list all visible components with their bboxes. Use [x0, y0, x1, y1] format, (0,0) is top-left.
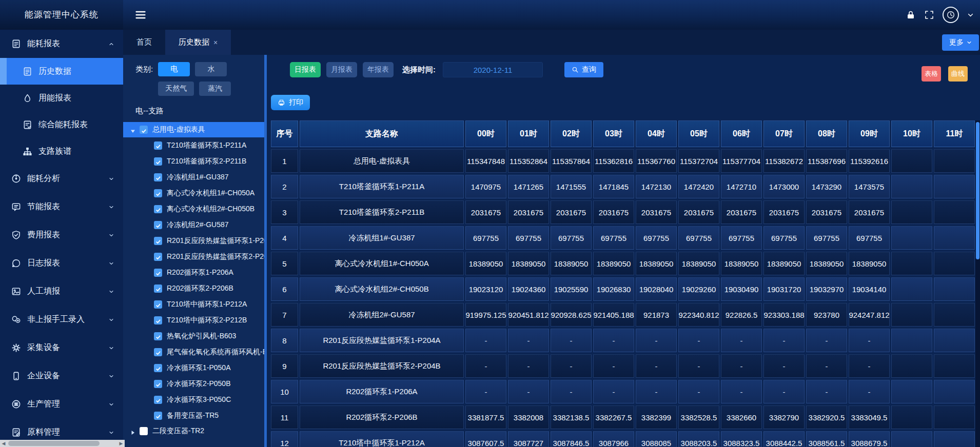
sidebar-item-energy-analysis[interactable]: 能耗分析: [0, 165, 123, 193]
tree-node[interactable]: T210塔中循环泵2-P212B: [123, 312, 267, 328]
tree-node[interactable]: R201反应段热媒盐循环泵2-P204B: [123, 249, 267, 265]
tree-node[interactable]: T210塔釜循环泵2-P211B: [123, 153, 267, 169]
caret-down-icon[interactable]: [130, 127, 135, 132]
scrollbar-thumb[interactable]: [8, 441, 100, 446]
sidebar-item-composite-energy-report[interactable]: 综合能耗报表: [0, 111, 123, 138]
checkbox[interactable]: [154, 237, 162, 245]
tab-首页[interactable]: 首页: [123, 30, 165, 55]
clock-avatar-icon[interactable]: [943, 7, 959, 23]
sidebar-menu: 能耗报表历史数据用能报表综合能耗报表支路族谱能耗分析节能报表费用报表日志报表人工…: [0, 30, 123, 446]
checkbox[interactable]: [154, 253, 162, 261]
checkbox[interactable]: [154, 173, 162, 181]
row-index-cell: 4: [271, 226, 298, 250]
checkbox[interactable]: [154, 157, 162, 166]
tree-node-parent[interactable]: 二段变压器-TR2: [123, 423, 267, 439]
tree-node[interactable]: 热氧化炉引风机-B603: [123, 328, 267, 344]
tree-node[interactable]: 尾气催化氧化系统再循环风机-B631: [123, 344, 267, 360]
tab-历史数据[interactable]: 历史数据×: [165, 30, 231, 55]
close-icon[interactable]: ×: [213, 38, 218, 47]
value-cell: [891, 405, 932, 429]
print-button[interactable]: 打印: [271, 95, 310, 110]
sidebar-item-label: 费用报表: [27, 230, 60, 240]
checkbox[interactable]: [154, 300, 162, 309]
fullscreen-icon[interactable]: [924, 10, 934, 20]
scrollbar-thumb[interactable]: [976, 122, 979, 259]
sidebar-item-log-report[interactable]: 日志报表: [0, 249, 123, 277]
category-button-蒸汽[interactable]: 蒸汽: [199, 82, 231, 96]
tree-node[interactable]: 冷冻机组2#-GU587: [123, 217, 267, 233]
checkbox[interactable]: [154, 285, 162, 293]
checkbox[interactable]: [154, 396, 162, 404]
tree-node[interactable]: R202循环泵1-P206A: [123, 265, 267, 280]
checkbox[interactable]: [154, 141, 162, 150]
sidebar-item-energy-usage-report[interactable]: 用能报表: [0, 85, 123, 111]
value-cell: 19034140: [849, 277, 890, 301]
sidebar-item-energy-saving-report[interactable]: 节能报表: [0, 193, 123, 221]
report-type-月报表[interactable]: 月报表: [326, 62, 357, 77]
sidebar-item-enterprise-device[interactable]: 企业设备: [0, 362, 123, 390]
category-button-天然气[interactable]: 天然气: [158, 82, 194, 96]
sidebar-item-branch-genealogy[interactable]: 支路族谱: [0, 138, 123, 165]
scroll-left-arrow-icon[interactable]: ◀: [0, 440, 7, 447]
checkbox[interactable]: [154, 221, 162, 229]
date-input[interactable]: [443, 62, 543, 77]
checkbox[interactable]: [154, 332, 162, 340]
category-button-电[interactable]: 电: [158, 62, 190, 76]
sidebar-item-fee-report[interactable]: 费用报表: [0, 221, 123, 249]
tree-node[interactable]: 离心式冷水机组1#-CH050A: [123, 185, 267, 201]
tree-node[interactable]: 冷水循环泵1-P050A: [123, 360, 267, 376]
checkbox[interactable]: [154, 412, 162, 420]
sidebar-item-production-mgmt[interactable]: 生产管理: [0, 390, 123, 418]
saving-icon: [11, 202, 21, 212]
value-cell: -: [721, 329, 762, 352]
scroll-right-arrow-icon[interactable]: ▶: [117, 440, 125, 447]
checkbox[interactable]: [140, 126, 148, 134]
query-button[interactable]: 查询: [564, 62, 603, 77]
value-cell: -: [593, 329, 634, 352]
tree-node[interactable]: R202循环泵2-P206B: [123, 280, 267, 296]
tree-node[interactable]: R201反应段热媒盐循环泵1-P204A: [123, 233, 267, 249]
tree-node[interactable]: 冷水循环泵2-P050B: [123, 376, 267, 392]
sidebar-item-energy-report[interactable]: 能耗报表: [0, 30, 123, 58]
checkbox[interactable]: [154, 348, 162, 356]
sidebar-item-manual-fill[interactable]: 人工填报: [0, 277, 123, 306]
report-type-年报表[interactable]: 年报表: [363, 62, 394, 77]
tree-panel-scrollbar[interactable]: [264, 55, 267, 447]
report-type-日报表[interactable]: 日报表: [290, 62, 321, 77]
lock-icon[interactable]: [906, 10, 916, 20]
chevron-down-icon[interactable]: [967, 12, 974, 18]
checkbox[interactable]: [140, 427, 148, 435]
sidebar-item-history-data[interactable]: 历史数据: [0, 58, 123, 85]
value-cell: -: [678, 329, 719, 352]
more-button[interactable]: 更多: [942, 34, 979, 51]
main-vertical-scrollbar[interactable]: [975, 120, 980, 447]
sidebar-item-manual-entry[interactable]: 非上报手工录入: [0, 306, 123, 334]
category-button-水[interactable]: 水: [195, 62, 227, 76]
checkbox[interactable]: [154, 364, 162, 372]
value-cell: 3382790: [763, 405, 805, 429]
value-cell: 19028040: [636, 277, 677, 301]
sidebar-horizontal-scrollbar[interactable]: ◀ ▶: [0, 440, 125, 447]
checkbox[interactable]: [154, 269, 162, 277]
tree-node-parent[interactable]: 总用电-虚拟表具: [123, 122, 267, 137]
value-cell: [934, 431, 975, 447]
tree-node-label: 离心式冷水机组1#-CH050A: [167, 189, 254, 198]
sidebar-item-collection-device[interactable]: 采集设备: [0, 334, 123, 362]
tree-node[interactable]: 冷水循环泵3-P050C: [123, 392, 267, 408]
tree-node[interactable]: 冷冻机组1#-GU387: [123, 169, 267, 185]
tree-node[interactable]: T210塔中循环泵1-P212A: [123, 296, 267, 312]
column-header-hour: 07时: [763, 120, 805, 147]
checkbox[interactable]: [154, 205, 162, 213]
checkbox[interactable]: [154, 189, 162, 197]
tree-node[interactable]: 备用变压器-TR5: [123, 408, 267, 423]
checkbox[interactable]: [154, 316, 162, 324]
curve-view-button[interactable]: 曲线: [948, 66, 968, 82]
chevron-down-icon: [109, 233, 114, 238]
tree-node[interactable]: 离心式冷水机组2#-CH050B: [123, 201, 267, 217]
caret-right-icon[interactable]: [130, 429, 135, 434]
checkbox[interactable]: [154, 380, 162, 388]
tree-node[interactable]: T210塔釜循环泵1-P211A: [123, 137, 267, 153]
value-cell: -: [551, 380, 592, 403]
table-view-button[interactable]: 表格: [922, 66, 941, 82]
hamburger-menu-icon[interactable]: [134, 9, 147, 21]
